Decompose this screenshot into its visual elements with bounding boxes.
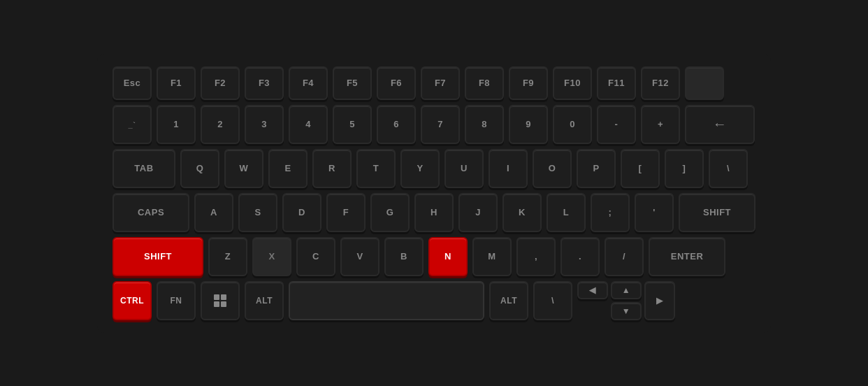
key-c[interactable]: C [296,237,335,276]
key-b[interactable]: B [384,237,424,276]
key-8[interactable]: 8 [465,105,504,144]
shift-row: SHIFT Z X C V B N M , . / ENTER [113,237,755,276]
key-3[interactable]: 3 [245,105,284,144]
key-arrow-right[interactable]: ▶ [644,281,675,320]
key-2[interactable]: 2 [201,105,240,144]
key-shift-left[interactable]: SHIFT [113,237,203,276]
key-alt-left[interactable]: ALT [245,281,284,320]
key-backspace[interactable]: ← [685,105,755,144]
key-arrow-up[interactable]: ▲ [611,281,642,299]
key-s[interactable]: S [238,193,277,232]
key-t[interactable]: T [356,149,396,188]
key-win[interactable] [201,281,240,320]
key-caps[interactable]: CAPS [113,193,189,232]
key-o[interactable]: O [533,149,572,188]
key-backslash2[interactable]: \ [533,281,572,320]
key-h[interactable]: H [414,193,454,232]
fn-row: Esc F1 F2 F3 F4 F5 F6 F7 F8 F9 F10 F11 F… [113,66,755,100]
key-k[interactable]: K [502,193,542,232]
key-p[interactable]: P [577,149,616,188]
key-y[interactable]: Y [400,149,440,188]
key-quote[interactable]: ' [635,193,674,232]
key-d[interactable]: D [282,193,321,232]
key-period[interactable]: . [560,237,600,276]
windows-icon [214,294,226,307]
key-fn-extra[interactable] [685,66,724,100]
key-lbracket[interactable]: [ [621,149,660,188]
key-f12[interactable]: F12 [641,66,680,100]
key-z[interactable]: Z [208,237,247,276]
key-fn[interactable]: FN [157,281,196,320]
key-esc[interactable]: Esc [113,66,152,100]
key-r[interactable]: R [312,149,352,188]
key-shift-right[interactable]: SHIFT [679,193,755,232]
key-q[interactable]: Q [180,149,219,188]
keyboard: Esc F1 F2 F3 F4 F5 F6 F7 F8 F9 F10 F11 F… [97,54,771,333]
key-f7[interactable]: F7 [421,66,460,100]
key-g[interactable]: G [370,193,410,232]
key-f8[interactable]: F8 [465,66,504,100]
key-4[interactable]: 4 [289,105,328,144]
key-f11[interactable]: F11 [597,66,636,100]
key-j[interactable]: J [458,193,498,232]
key-space[interactable] [289,281,484,320]
key-plus[interactable]: + [641,105,680,144]
key-f10[interactable]: F10 [553,66,592,100]
key-f3[interactable]: F3 [245,66,284,100]
key-a[interactable]: A [194,193,233,232]
key-f2[interactable]: F2 [201,66,240,100]
key-alt-right[interactable]: ALT [489,281,528,320]
key-1[interactable]: 1 [157,105,196,144]
key-v[interactable]: V [340,237,379,276]
key-f4[interactable]: F4 [289,66,328,100]
key-minus[interactable]: - [597,105,636,144]
bottom-row: CTRL FN ALT ALT \ ◀ ▲ ▼ ▶ [113,281,755,320]
key-6[interactable]: 6 [377,105,416,144]
arrow-cluster: ◀ ▲ ▼ ▶ [577,281,675,320]
key-enter[interactable]: ENTER [649,237,725,276]
key-f1[interactable]: F1 [157,66,196,100]
key-x[interactable]: X [252,237,291,276]
key-l[interactable]: L [547,193,586,232]
key-m[interactable]: M [472,237,512,276]
tab-row: TAB Q W E R T Y U I O P [ ] \ [113,149,755,188]
key-e[interactable]: E [268,149,308,188]
key-7[interactable]: 7 [421,105,460,144]
key-arrow-left[interactable]: ◀ [577,281,608,299]
key-f6[interactable]: F6 [377,66,416,100]
key-f9[interactable]: F9 [509,66,548,100]
key-n[interactable]: N [428,237,468,276]
key-f[interactable]: F [326,193,366,232]
caps-row: CAPS A S D F G H J K L ; ' SHIFT [113,193,755,232]
arrow-updown: ▲ ▼ [611,281,642,320]
key-tilde[interactable]: _` [113,105,152,144]
key-slash[interactable]: / [605,237,644,276]
number-row: _` 1 2 3 4 5 6 7 8 9 0 - + ← [113,105,755,144]
key-0[interactable]: 0 [553,105,592,144]
key-u[interactable]: U [444,149,484,188]
key-tab[interactable]: TAB [113,149,175,188]
key-backslash[interactable]: \ [709,149,748,188]
key-5[interactable]: 5 [333,105,372,144]
key-comma[interactable]: , [516,237,556,276]
key-9[interactable]: 9 [509,105,548,144]
key-w[interactable]: W [224,149,263,188]
key-semicolon[interactable]: ; [591,193,630,232]
key-ctrl[interactable]: CTRL [113,281,152,320]
key-i[interactable]: I [489,149,528,188]
key-rbracket[interactable]: ] [665,149,704,188]
key-arrow-down[interactable]: ▼ [611,302,642,320]
key-f5[interactable]: F5 [333,66,372,100]
